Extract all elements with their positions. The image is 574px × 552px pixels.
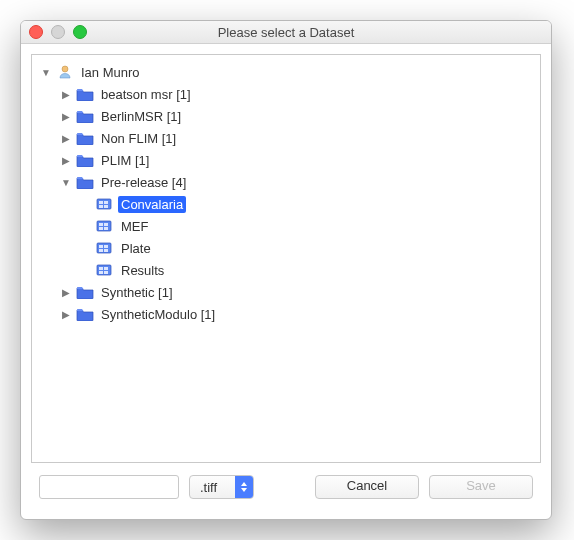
tree-children: ▶ Convalaria ▶ — [60, 193, 536, 281]
tree-label: Synthetic [1] — [98, 284, 176, 301]
svg-rect-20 — [104, 271, 108, 274]
disclosure-triangle-icon[interactable]: ▼ — [40, 67, 52, 78]
tree-node-project[interactable]: ▶ PLIM [1] — [60, 149, 536, 171]
folder-icon — [76, 108, 94, 124]
dialog-window: Please select a Dataset ▼ — [20, 20, 552, 520]
svg-rect-10 — [104, 227, 108, 230]
tree-node-project[interactable]: ▶ Non FLIM [1] — [60, 127, 536, 149]
disclosure-triangle-icon[interactable]: ▶ — [60, 155, 72, 166]
user-icon — [56, 64, 74, 80]
tree-node-user[interactable]: ▼ Ian Munro — [40, 61, 536, 83]
format-label: .tiff — [190, 480, 235, 495]
folder-icon — [76, 86, 94, 102]
zoom-icon[interactable] — [73, 25, 87, 39]
tree-node-dataset[interactable]: ▶ Results — [80, 259, 536, 281]
svg-rect-5 — [104, 205, 108, 208]
window-title: Please select a Dataset — [21, 25, 551, 40]
dataset-tree: ▼ Ian Munro ▶ — [36, 61, 536, 325]
traffic-lights — [21, 25, 87, 39]
tree-label: Ian Munro — [78, 64, 143, 81]
format-select[interactable]: .tiff — [189, 475, 254, 499]
disclosure-triangle-icon[interactable]: ▶ — [60, 309, 72, 320]
disclosure-triangle-icon[interactable]: ▼ — [60, 177, 72, 188]
folder-icon — [76, 130, 94, 146]
svg-rect-2 — [99, 201, 103, 204]
tree-node-project[interactable]: ▶ beatson msr [1] — [60, 83, 536, 105]
svg-rect-13 — [104, 245, 108, 248]
svg-rect-8 — [104, 223, 108, 226]
cancel-button[interactable]: Cancel — [315, 475, 419, 499]
svg-rect-12 — [99, 245, 103, 248]
tree-node-project[interactable]: ▶ BerlinMSR [1] — [60, 105, 536, 127]
tree-pane[interactable]: ▼ Ian Munro ▶ — [31, 54, 541, 463]
dataset-icon — [96, 240, 114, 256]
svg-point-0 — [62, 66, 68, 72]
disclosure-triangle-icon[interactable]: ▶ — [60, 111, 72, 122]
tree-label: beatson msr [1] — [98, 86, 194, 103]
close-icon[interactable] — [29, 25, 43, 39]
svg-rect-4 — [99, 205, 103, 208]
save-button[interactable]: Save — [429, 475, 533, 499]
svg-rect-15 — [104, 249, 108, 252]
tree-label: SyntheticModulo [1] — [98, 306, 218, 323]
tree-children: ▶ beatson msr [1] ▶ — [40, 83, 536, 325]
content-area: ▼ Ian Munro ▶ — [21, 44, 551, 519]
dataset-icon — [96, 196, 114, 212]
folder-icon — [76, 152, 94, 168]
tree-label: Plate — [118, 240, 154, 257]
svg-rect-14 — [99, 249, 103, 252]
tree-label: MEF — [118, 218, 151, 235]
folder-icon — [76, 174, 94, 190]
bottom-bar: .tiff Cancel Save — [31, 463, 541, 513]
tree-label: Results — [118, 262, 167, 279]
tree-label: Non FLIM [1] — [98, 130, 179, 147]
tree-label: Pre-release [4] — [98, 174, 189, 191]
minimize-icon[interactable] — [51, 25, 65, 39]
tree-node-dataset[interactable]: ▶ MEF — [80, 215, 536, 237]
tree-node-project[interactable]: ▼ Pre-release [4] — [60, 171, 536, 193]
tree-node-project[interactable]: ▶ SyntheticModulo [1] — [60, 303, 536, 325]
tree-label: Convalaria — [118, 196, 186, 213]
dropdown-stepper-icon — [235, 476, 253, 498]
svg-rect-3 — [104, 201, 108, 204]
tree-node-dataset[interactable]: ▶ Convalaria — [80, 193, 536, 215]
tree-node-dataset[interactable]: ▶ Plate — [80, 237, 536, 259]
svg-rect-19 — [99, 271, 103, 274]
svg-rect-7 — [99, 223, 103, 226]
disclosure-triangle-icon[interactable]: ▶ — [60, 133, 72, 144]
titlebar: Please select a Dataset — [21, 21, 551, 44]
dataset-icon — [96, 262, 114, 278]
svg-rect-18 — [104, 267, 108, 270]
svg-rect-17 — [99, 267, 103, 270]
filename-input[interactable] — [39, 475, 179, 499]
tree-label: PLIM [1] — [98, 152, 152, 169]
svg-rect-9 — [99, 227, 103, 230]
tree-node-project[interactable]: ▶ Synthetic [1] — [60, 281, 536, 303]
folder-icon — [76, 306, 94, 322]
folder-icon — [76, 284, 94, 300]
dataset-icon — [96, 218, 114, 234]
disclosure-triangle-icon[interactable]: ▶ — [60, 287, 72, 298]
tree-label: BerlinMSR [1] — [98, 108, 184, 125]
disclosure-triangle-icon[interactable]: ▶ — [60, 89, 72, 100]
